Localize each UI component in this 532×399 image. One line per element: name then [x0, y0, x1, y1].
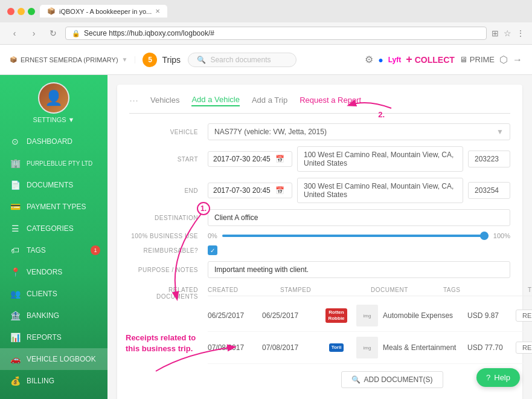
slider-track[interactable] — [222, 235, 489, 237]
trips-section: 5 Trips — [143, 53, 181, 67]
tab-vehicles[interactable]: Vehicles — [150, 96, 179, 106]
prime-button[interactable]: 🖥 PRIME — [460, 55, 495, 64]
payment-icon: 💳 — [10, 201, 21, 212]
sidebar-item-billing[interactable]: 💰 BILLING — [0, 370, 107, 392]
col-created: CREATED — [208, 287, 280, 293]
sidebar-item-vehicle-logbook[interactable]: 🚗 VEHICLE LOGBOOK — [0, 348, 107, 370]
dropbox-icon[interactable]: ● — [378, 55, 383, 65]
tab-request-report[interactable]: Request a Report — [300, 96, 361, 106]
reimbursable-row: REIMBURSABLE? ✓ — [129, 245, 510, 255]
browser-tab[interactable]: 📦 iQBOXY - A bookkeeper in yo... ✕ — [40, 5, 167, 18]
slider-thumb[interactable] — [480, 232, 489, 240]
collect-label: COLLECT — [415, 55, 455, 65]
help-button[interactable]: ? Help — [476, 368, 520, 387]
vehicle-dropdown-icon: ▼ — [496, 128, 504, 136]
user-name[interactable]: ERNEST SEMERDA (PRIMARY) — [21, 56, 118, 63]
sidebar-item-label: PURPLEBLUE PTY LTD — [27, 160, 92, 167]
end-date-field[interactable]: 2017-07-30 20:45 📅 — [208, 183, 292, 198]
tab-close-icon[interactable]: ✕ — [155, 8, 160, 15]
prime-label: PRIME — [470, 55, 495, 64]
start-mileage-field[interactable]: 203223 — [468, 151, 510, 167]
start-date-value: 2017-07-30 20:45 — [213, 155, 271, 163]
dashboard-icon: ⊙ — [10, 136, 21, 147]
sidebar-item-payment-types[interactable]: 💳 PAYMENT TYPES — [0, 196, 107, 218]
categories-icon: ☰ — [10, 223, 21, 234]
profile-section: 👤 SETTINGS ▼ — [0, 75, 107, 128]
close-button[interactable] — [7, 8, 14, 15]
tab-add-vehicle[interactable]: Add a Vehicle — [191, 95, 240, 106]
sidebar-item-documents[interactable]: 📄 DOCUMENTS — [0, 174, 107, 196]
vendors-icon: 📍 — [10, 267, 21, 277]
destination-input[interactable]: Client A office — [208, 209, 510, 226]
lyft-icon[interactable]: Lyft — [388, 56, 402, 64]
collect-button[interactable]: + COLLECT — [406, 53, 455, 66]
prime-icon: 🖥 — [460, 55, 467, 64]
refresh-button[interactable]: ↻ — [46, 26, 60, 41]
maximize-button[interactable] — [28, 8, 35, 15]
sidebar-item-label: BANKING — [27, 311, 59, 320]
slider-max-label: 100% — [493, 232, 510, 239]
doc-row-2: 07/08/2017 07/08/2017 Torii img Meals & … — [208, 332, 532, 364]
purpose-input[interactable]: Important meeting with client. — [208, 261, 510, 278]
related-docs-row: RELATED DOCUMENTS CREATED STAMPED DOCUME… — [129, 284, 510, 388]
sidebar-item-vendors[interactable]: 📍 VENDORS — [0, 261, 107, 283]
tab-more-icon[interactable]: ··· — [129, 94, 138, 107]
content-area: ··· Vehicles Add a Vehicle Add a Trip Re… — [107, 75, 532, 399]
sidebar-item-purpleblue[interactable]: 🏢 PURPLEBLUE PTY LTD — [0, 152, 107, 174]
vehicle-select[interactable]: NAS77Y (vehicle: VW, Jetta, 2015) ▼ — [208, 123, 510, 140]
logout-icon[interactable]: → — [513, 54, 522, 65]
share-icon[interactable]: ⬡ — [499, 54, 508, 65]
start-address-field[interactable]: 100 West El Camino Real, Mountain View, … — [297, 146, 463, 172]
user-dropdown-icon[interactable]: ▼ — [122, 56, 128, 63]
start-address-value: 100 West El Camino Real, Mountain View, … — [304, 151, 453, 167]
sidebar-item-tags[interactable]: 🏷 TAGS 1 — [0, 239, 107, 261]
doc2-remove-button[interactable]: REMOVE — [516, 342, 532, 354]
app-logo: 📦 ERNEST SEMERDA (PRIMARY) ▼ — [10, 56, 135, 63]
doc1-tag: Automobile Expenses — [383, 311, 467, 320]
add-document-button[interactable]: 🔍 ADD DOCUMENT(S) — [341, 371, 443, 388]
browser-navbar: ‹ › ↻ 🔒 Secure https://hub.iqboxy.com/lo… — [0, 22, 532, 45]
start-date-field[interactable]: 2017-07-30 20:45 📅 — [208, 151, 292, 167]
doc1-logo: RottenRobbie — [321, 305, 351, 326]
menu-icon[interactable]: ⋮ — [516, 28, 525, 38]
banking-icon: 🏦 — [10, 310, 21, 321]
reimbursable-checkbox[interactable]: ✓ — [208, 245, 217, 255]
browser-nav-icons: ⊞ ☆ ⋮ — [492, 28, 525, 38]
doc2-thumbnail: img — [356, 337, 378, 358]
search-input[interactable]: 🔍 Search documents — [188, 53, 296, 67]
minimize-button[interactable] — [18, 8, 25, 15]
forward-button[interactable]: › — [27, 26, 41, 41]
settings-menu[interactable]: SETTINGS ▼ — [33, 116, 75, 123]
end-mileage-value: 203254 — [475, 186, 499, 195]
back-button[interactable]: ‹ — [7, 26, 22, 41]
doc1-remove-button[interactable]: REMOVE — [516, 310, 532, 322]
end-address-field[interactable]: 300 West El Camino Real, Mountain View, … — [297, 178, 463, 203]
settings-icon[interactable]: ⚙ — [365, 54, 373, 65]
airplay-icon[interactable]: ⊞ — [492, 28, 499, 38]
sidebar-item-label: REPORTS — [27, 333, 62, 342]
end-mileage-field[interactable]: 203254 — [468, 182, 510, 199]
trips-count-badge: 5 — [143, 53, 157, 67]
help-icon: ? — [486, 373, 490, 382]
sidebar-item-banking[interactable]: 🏦 BANKING — [0, 305, 107, 326]
sidebar-item-label: VENDORS — [27, 268, 62, 276]
col-document: DOCUMENT — [371, 287, 443, 293]
sidebar-item-categories[interactable]: ☰ CATEGORIES — [0, 218, 107, 239]
tags-icon: 🏷 — [10, 245, 21, 256]
sidebar-item-clients[interactable]: 👥 CLIENTS — [0, 283, 107, 305]
sidebar-item-label: CLIENTS — [27, 290, 57, 298]
company-icon: 🏢 — [10, 158, 21, 169]
sidebar-item-dashboard[interactable]: ⊙ DASHBOARD — [0, 131, 107, 152]
window-controls[interactable] — [7, 8, 35, 15]
business-use-slider-container: 0% 100% — [208, 232, 510, 239]
tab-add-trip[interactable]: Add a Trip — [252, 96, 287, 106]
doc2-stamped: 07/08/2017 — [262, 343, 316, 352]
vehicle-field: NAS77Y (vehicle: VW, Jetta, 2015) ▼ — [208, 123, 510, 140]
docs-column-headers: CREATED STAMPED DOCUMENT TAGS TOTAL — [208, 284, 532, 296]
sidebar-item-reports[interactable]: 📊 REPORTS — [0, 326, 107, 348]
url-bar[interactable]: 🔒 Secure https://hub.iqboxy.com/logbook/… — [65, 27, 487, 40]
sidebar-item-label: CATEGORIES — [27, 224, 74, 233]
reimbursable-field: ✓ — [208, 245, 510, 255]
star-icon[interactable]: ☆ — [504, 28, 511, 38]
doc1-total: USD 9.87 — [467, 311, 516, 320]
